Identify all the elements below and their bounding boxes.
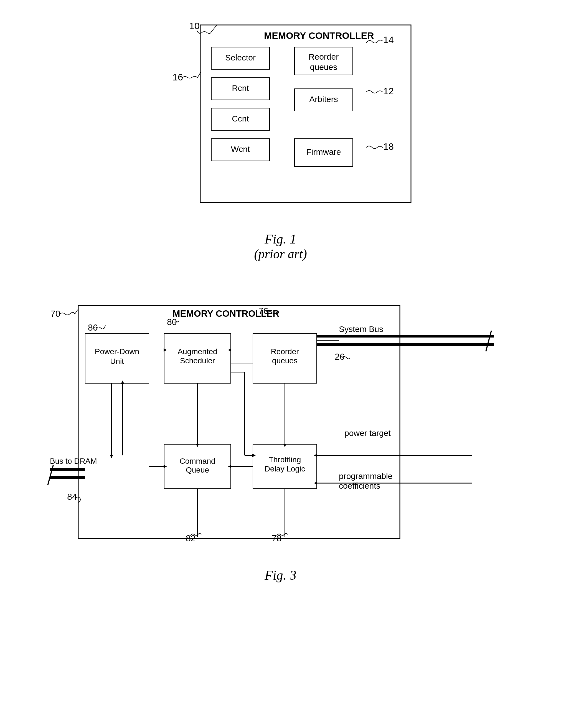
svg-text:78: 78: [272, 533, 282, 543]
svg-text:18: 18: [383, 141, 394, 152]
svg-marker-51: [110, 455, 113, 458]
svg-text:coefficients: coefficients: [339, 481, 380, 490]
svg-text:MEMORY CONTROLLER: MEMORY CONTROLLER: [264, 30, 374, 41]
svg-text:14: 14: [383, 34, 394, 45]
svg-text:70: 70: [50, 309, 60, 319]
svg-text:queues: queues: [310, 62, 337, 72]
fig1-svg: 10 MEMORY CONTROLLER Selector Rcnt: [156, 17, 428, 216]
svg-text:Scheduler: Scheduler: [180, 356, 215, 365]
svg-rect-1: [200, 25, 411, 202]
svg-marker-81: [164, 348, 167, 352]
svg-text:10: 10: [189, 21, 200, 31]
svg-text:84: 84: [67, 492, 77, 502]
svg-marker-66: [314, 454, 317, 457]
svg-text:System Bus: System Bus: [339, 324, 383, 334]
svg-marker-55: [164, 465, 167, 468]
svg-text:Command: Command: [179, 457, 215, 465]
svg-text:Queue: Queue: [186, 466, 209, 474]
svg-text:12: 12: [383, 86, 394, 96]
svg-marker-48: [283, 444, 286, 447]
svg-text:Firmware: Firmware: [306, 147, 341, 156]
svg-text:Wcnt: Wcnt: [231, 144, 250, 154]
fig1-caption: Fig. 1 (prior art): [254, 229, 307, 261]
svg-text:Reorder: Reorder: [271, 347, 299, 356]
fig3-diagram: 70 MEMORY CONTROLLER 86 Power-Down Unit: [45, 300, 516, 556]
fig3-container: 70 MEMORY CONTROLLER 86 Power-Down Unit: [28, 300, 533, 583]
svg-marker-57: [228, 465, 231, 468]
svg-text:Rcnt: Rcnt: [232, 83, 249, 93]
svg-text:Unit: Unit: [110, 357, 124, 366]
svg-text:power target: power target: [344, 428, 391, 438]
page-container: 10 MEMORY CONTROLLER Selector Rcnt: [0, 0, 561, 728]
svg-marker-44: [228, 348, 231, 352]
svg-rect-23: [78, 306, 400, 539]
fig1-subcaption-text: (prior art): [254, 247, 307, 261]
fig1-container: 10 MEMORY CONTROLLER Selector Rcnt: [28, 17, 533, 261]
svg-text:programmable: programmable: [339, 471, 392, 481]
svg-line-61: [486, 331, 491, 351]
svg-marker-85: [252, 454, 256, 457]
svg-text:queues: queues: [272, 356, 298, 365]
svg-marker-46: [196, 444, 199, 447]
fig3-svg: 70 MEMORY CONTROLLER 86 Power-Down Unit: [45, 300, 516, 555]
svg-text:Selector: Selector: [225, 53, 255, 62]
svg-text:Ccnt: Ccnt: [232, 114, 249, 123]
fig3-caption: Fig. 3: [265, 567, 296, 583]
svg-text:Delay Logic: Delay Logic: [264, 465, 305, 473]
svg-text:Throttling: Throttling: [268, 455, 301, 464]
svg-text:Arbiters: Arbiters: [309, 95, 338, 104]
svg-text:76: 76: [258, 306, 268, 316]
svg-marker-70: [314, 481, 317, 485]
fig1-diagram: 10 MEMORY CONTROLLER Selector Rcnt: [156, 17, 405, 217]
svg-text:86: 86: [88, 323, 98, 333]
fig1-caption-text: Fig. 1: [254, 231, 307, 247]
svg-text:Reorder: Reorder: [308, 52, 338, 61]
svg-text:Bus to DRAM: Bus to DRAM: [50, 457, 97, 465]
svg-text:Augmented: Augmented: [177, 347, 217, 356]
svg-marker-53: [121, 381, 124, 384]
svg-text:Power-Down: Power-Down: [95, 347, 139, 356]
svg-text:16: 16: [172, 72, 183, 82]
